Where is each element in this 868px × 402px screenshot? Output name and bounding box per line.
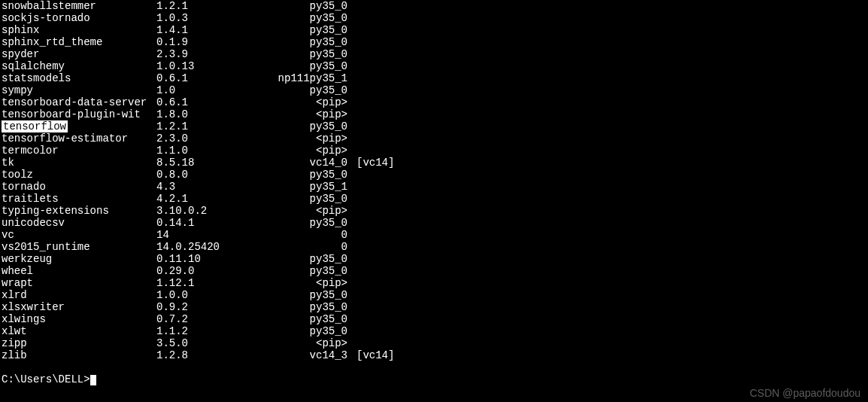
package-build: py35_0 bbox=[272, 84, 348, 96]
package-name: statsmodels bbox=[0, 72, 156, 84]
watermark: CSDN @papaofdoudou bbox=[750, 387, 860, 399]
package-version: 1.8.0 bbox=[156, 108, 272, 120]
package-channel bbox=[348, 217, 357, 229]
package-version: 1.0.0 bbox=[156, 289, 272, 301]
highlighted-text: tensorflow bbox=[2, 120, 68, 132]
terminal-output: snowballstemmer1.2.1py35_0sockjs-tornado… bbox=[0, 0, 868, 385]
package-name: vc bbox=[0, 229, 156, 241]
package-build: vc14_3 bbox=[272, 349, 348, 361]
package-row: tensorflow1.2.1py35_0 bbox=[0, 120, 868, 132]
package-name: tornado bbox=[0, 181, 156, 193]
package-row: xlrd1.0.0py35_0 bbox=[0, 289, 868, 301]
package-row: statsmodels0.6.1np111py35_1 bbox=[0, 72, 868, 84]
package-channel bbox=[348, 277, 357, 289]
package-version: 1.2.1 bbox=[156, 0, 272, 12]
package-build: np111py35_1 bbox=[272, 72, 348, 84]
package-name: wrapt bbox=[0, 277, 156, 289]
package-row: tensorboard-data-server0.6.1<pip> bbox=[0, 96, 868, 108]
package-channel bbox=[348, 48, 357, 60]
package-channel bbox=[348, 313, 357, 325]
package-name: snowballstemmer bbox=[0, 0, 156, 12]
package-version: 0.6.1 bbox=[156, 72, 272, 84]
package-version: 4.2.1 bbox=[156, 193, 272, 205]
package-channel bbox=[348, 241, 357, 253]
package-build: <pip> bbox=[272, 337, 348, 349]
package-channel bbox=[348, 253, 357, 265]
package-version: 1.0.3 bbox=[156, 12, 272, 24]
package-channel bbox=[348, 289, 357, 301]
package-build: py35_0 bbox=[272, 325, 348, 337]
package-build: 0 bbox=[272, 229, 348, 241]
package-channel bbox=[348, 193, 357, 205]
package-version: 0.6.1 bbox=[156, 96, 272, 108]
package-name: tensorflow bbox=[0, 120, 156, 132]
package-name: tk bbox=[0, 157, 156, 169]
package-channel bbox=[348, 181, 357, 193]
package-row: snowballstemmer1.2.1py35_0 bbox=[0, 0, 868, 12]
package-row: typing-extensions3.10.0.2<pip> bbox=[0, 205, 868, 217]
package-row: tensorflow-estimator2.3.0<pip> bbox=[0, 132, 868, 145]
package-build: py35_0 bbox=[272, 0, 348, 12]
package-name: tensorboard-data-server bbox=[0, 96, 156, 108]
package-channel bbox=[348, 60, 357, 72]
package-channel bbox=[348, 84, 357, 96]
package-version: 4.3 bbox=[156, 181, 272, 193]
package-row: zlib1.2.8vc14_3[vc14] bbox=[0, 349, 868, 361]
package-name: sqlalchemy bbox=[0, 60, 156, 72]
package-row: zipp3.5.0<pip> bbox=[0, 337, 868, 349]
package-row: wheel0.29.0py35_0 bbox=[0, 265, 868, 277]
package-row: werkzeug0.11.10py35_0 bbox=[0, 253, 868, 265]
package-name: sockjs-tornado bbox=[0, 12, 156, 24]
package-version: 1.2.8 bbox=[156, 349, 272, 361]
package-channel bbox=[348, 108, 357, 120]
package-row: tk8.5.18vc14_0[vc14] bbox=[0, 157, 868, 169]
package-row: spyder2.3.9py35_0 bbox=[0, 48, 868, 60]
package-build: py35_0 bbox=[272, 36, 348, 48]
package-channel bbox=[348, 337, 357, 349]
package-version: 0.9.2 bbox=[156, 301, 272, 313]
package-channel bbox=[348, 205, 357, 217]
package-channel bbox=[348, 36, 357, 48]
package-row: sqlalchemy1.0.13py35_0 bbox=[0, 60, 868, 72]
package-version: 0.11.10 bbox=[156, 253, 272, 265]
package-row: sphinx1.4.1py35_0 bbox=[0, 24, 868, 36]
package-name: xlwings bbox=[0, 313, 156, 325]
package-build: <pip> bbox=[272, 108, 348, 120]
package-build: py35_0 bbox=[272, 265, 348, 277]
package-build: py35_0 bbox=[272, 301, 348, 313]
package-build: py35_0 bbox=[272, 193, 348, 205]
package-build: 0 bbox=[272, 241, 348, 253]
package-name: termcolor bbox=[0, 145, 156, 157]
package-channel bbox=[348, 301, 357, 313]
command-prompt[interactable]: C:\Users\DELL> bbox=[0, 373, 868, 385]
package-build: py35_0 bbox=[272, 60, 348, 72]
package-name: tensorboard-plugin-wit bbox=[0, 108, 156, 120]
package-version: 3.10.0.2 bbox=[156, 205, 272, 217]
package-row: vs2015_runtime14.0.254200 bbox=[0, 241, 868, 253]
package-row: tornado4.3py35_1 bbox=[0, 181, 868, 193]
package-version: 8.5.18 bbox=[156, 157, 272, 169]
package-name: zipp bbox=[0, 337, 156, 349]
package-build: py35_0 bbox=[272, 289, 348, 301]
package-name: sphinx bbox=[0, 24, 156, 36]
package-channel bbox=[348, 96, 357, 108]
package-build: py35_0 bbox=[272, 120, 348, 132]
package-version: 0.8.0 bbox=[156, 169, 272, 181]
package-build: <pip> bbox=[272, 145, 348, 157]
package-version: 1.0 bbox=[156, 84, 272, 96]
package-channel bbox=[348, 229, 357, 241]
package-version: 0.29.0 bbox=[156, 265, 272, 277]
package-row: termcolor1.1.0<pip> bbox=[0, 145, 868, 157]
package-channel bbox=[348, 12, 357, 24]
package-row: xlsxwriter0.9.2py35_0 bbox=[0, 301, 868, 313]
package-channel bbox=[348, 169, 357, 181]
package-row: sockjs-tornado1.0.3py35_0 bbox=[0, 12, 868, 24]
package-channel: [vc14] bbox=[348, 157, 394, 169]
package-version: 0.1.9 bbox=[156, 36, 272, 48]
package-build: py35_0 bbox=[272, 48, 348, 60]
package-row: xlwt1.1.2py35_0 bbox=[0, 325, 868, 337]
package-name: unicodecsv bbox=[0, 217, 156, 229]
package-build: py35_0 bbox=[272, 12, 348, 24]
package-channel: [vc14] bbox=[348, 349, 394, 361]
package-row: traitlets4.2.1py35_0 bbox=[0, 193, 868, 205]
